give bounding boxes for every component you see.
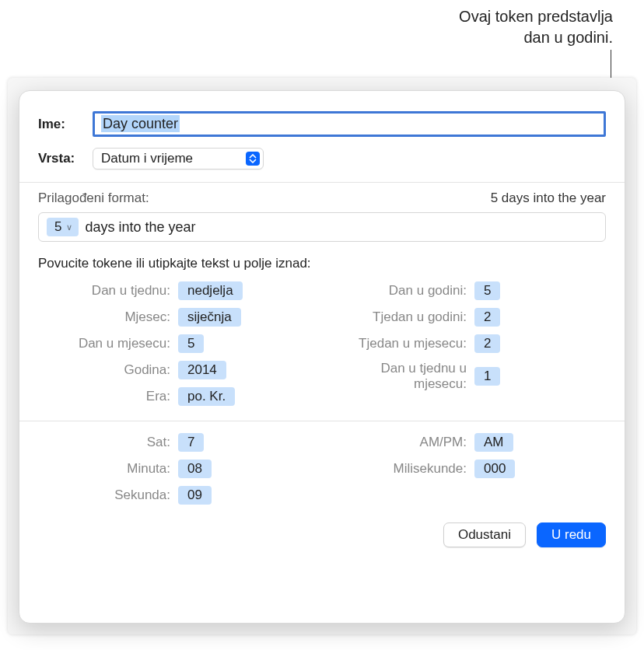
token-row: Godina:2014	[33, 357, 314, 383]
format-token-value: 5	[54, 219, 61, 235]
chevron-down-icon: ∨	[66, 222, 72, 232]
token-row: Sat:7	[33, 429, 314, 456]
token-month[interactable]: siječnja	[178, 308, 241, 327]
time-token-grid: Sat:7 Minuta:08 Sekunda:09 AM/PM:AM Mili…	[19, 429, 625, 508]
format-preview: 5 days into the year	[491, 190, 606, 206]
type-select-value: Datum i vrijeme	[101, 151, 193, 166]
token-week-of-year[interactable]: 2	[474, 308, 500, 327]
token-row: Mjesec:siječnja	[33, 304, 314, 330]
token-millisecond[interactable]: 000	[474, 460, 515, 478]
token-row: Dan u tjednu:nedjelja	[33, 278, 314, 304]
custom-format-label: Prilagođeni format:	[38, 190, 149, 206]
custom-format-dialog: Ime: Day counter Vrsta: Datum i vrijeme …	[19, 90, 625, 624]
format-input[interactable]: 5 ∨ days into the year	[38, 212, 606, 242]
cancel-button[interactable]: Odustani	[443, 522, 526, 547]
token-row: Dan u tjednu u mjesecu:1	[330, 357, 611, 396]
drag-hint: Povucite tokene ili utipkajte tekst u po…	[19, 242, 625, 278]
token-day-of-month[interactable]: 5	[178, 334, 204, 353]
name-input[interactable]: Day counter	[93, 111, 606, 137]
type-select[interactable]: Datum i vrijeme	[93, 148, 264, 169]
token-day-of-week[interactable]: nedjelja	[178, 281, 243, 300]
token-second[interactable]: 09	[178, 486, 212, 505]
date-token-grid: Dan u tjednu:nedjelja Mjesec:siječnja Da…	[19, 278, 625, 410]
separator	[19, 182, 625, 183]
callout-line2: dan u godini.	[459, 27, 613, 48]
token-row: AM/PM:AM	[330, 429, 611, 456]
token-row: Dan u mjesecu:5	[33, 330, 314, 357]
format-token-day-of-year[interactable]: 5 ∨	[47, 218, 79, 236]
token-ampm[interactable]: AM	[474, 433, 513, 452]
token-row: Minuta:08	[33, 456, 314, 482]
token-minute[interactable]: 08	[178, 460, 212, 478]
ok-button[interactable]: U redu	[537, 522, 606, 547]
token-row: Tjedan u godini:2	[330, 304, 611, 330]
callout-line1: Ovaj token predstavlja	[459, 6, 613, 27]
token-row: Tjedan u mjesecu:2	[330, 330, 611, 357]
token-week-of-month[interactable]: 2	[474, 334, 500, 353]
token-year[interactable]: 2014	[178, 361, 226, 379]
token-row: Sekunda:09	[33, 482, 314, 508]
token-day-of-year[interactable]: 5	[474, 281, 500, 300]
token-hour[interactable]: 7	[178, 433, 204, 452]
token-row: Milisekunde:000	[330, 456, 611, 482]
type-label: Vrsta:	[38, 151, 85, 166]
name-label: Ime:	[38, 117, 85, 132]
separator	[19, 421, 625, 421]
token-weekday-of-month[interactable]: 1	[474, 367, 500, 386]
token-era[interactable]: po. Kr.	[178, 387, 235, 406]
format-trailing-text: days into the year	[85, 219, 195, 236]
name-input-value: Day counter	[101, 115, 180, 132]
updown-icon	[246, 152, 260, 166]
callout-text: Ovaj token predstavlja dan u godini.	[459, 6, 613, 48]
token-row: Dan u godini:5	[330, 278, 611, 304]
token-row: Era:po. Kr.	[33, 383, 314, 410]
